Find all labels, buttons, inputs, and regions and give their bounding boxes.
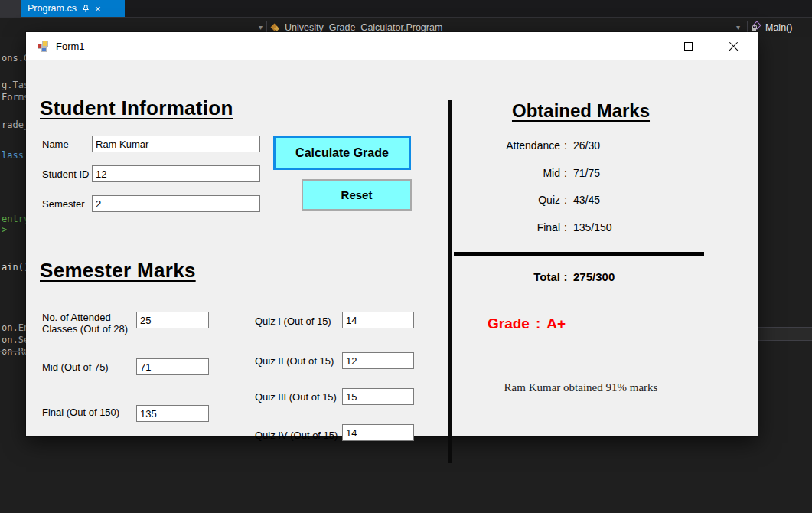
class-icon (270, 24, 280, 32)
student-id-input[interactable] (92, 165, 260, 182)
final-result-row: Final : 135/150 (452, 221, 612, 234)
quiz4-label: Quiz IV (Out of 15) (255, 430, 338, 441)
form-client-area: Student Information Name Student ID Seme… (26, 60, 758, 436)
grade-label: Grade (488, 315, 530, 332)
total-row: Total : 275/300 (452, 270, 615, 283)
window-title: Form1 (56, 41, 85, 52)
splitter-band[interactable] (758, 328, 812, 340)
result-label: Attendance (452, 139, 560, 152)
code-fragment: lass (2, 150, 24, 161)
student-information-heading: Student Information (40, 96, 233, 120)
final-label: Final (Out of 150) (42, 407, 119, 418)
mid-label: Mid (Out of 75) (42, 361, 109, 373)
editor-right-strip (758, 37, 812, 446)
tab-label: Program.cs (28, 3, 77, 14)
result-separator: : (560, 221, 571, 234)
semester-marks-heading: Semester Marks (40, 259, 196, 283)
result-value: 43/45 (571, 194, 600, 206)
mid-input[interactable] (136, 358, 209, 375)
close-icon[interactable]: × (95, 4, 101, 14)
result-label: Final (452, 221, 560, 234)
minimize-icon (640, 47, 650, 47)
total-label: Total (452, 270, 560, 283)
result-separator: : (560, 270, 571, 283)
code-fragment: > (2, 224, 7, 235)
method-lock-icon (752, 22, 762, 32)
panel-divider (758, 340, 812, 341)
name-label: Name (42, 139, 69, 150)
quiz3-label: Quiz III (Out of 15) (255, 391, 337, 403)
attended-classes-input[interactable] (136, 312, 209, 328)
result-label: Mid (452, 167, 560, 179)
breadcrumb-member-dropdown[interactable]: Main() (765, 22, 792, 33)
code-fragment: entry (2, 214, 29, 224)
grade-value: A+ (546, 315, 566, 332)
name-input[interactable] (92, 136, 260, 152)
student-id-label: Student ID (42, 168, 89, 180)
semester-input[interactable] (92, 195, 260, 212)
quiz4-input[interactable] (342, 424, 414, 441)
calculate-grade-button[interactable]: Calculate Grade (273, 136, 411, 170)
maximize-icon (684, 42, 693, 51)
code-fragment: rade_ (2, 119, 29, 130)
semester-label: Semester (42, 198, 85, 210)
quiz2-label: Quiz II (Out of 15) (255, 355, 334, 367)
app-icon (37, 40, 50, 53)
chevron-down-icon[interactable]: ▾ (736, 23, 740, 31)
close-icon (728, 41, 739, 52)
quiz1-input[interactable] (342, 312, 414, 328)
code-fragment: ain() (2, 262, 29, 273)
code-fragment: g.Tas (2, 80, 29, 90)
code-fragment: on.Se (2, 335, 29, 345)
minimize-button[interactable] (628, 32, 661, 60)
nav-separator (266, 21, 267, 33)
quiz1-label: Quiz I (Out of 15) (255, 315, 331, 327)
result-value: 135/150 (571, 221, 612, 234)
horizontal-divider (454, 252, 704, 256)
final-input[interactable] (136, 405, 209, 422)
editor-tab-bar: Program.cs × (0, 0, 812, 17)
code-fragment: Forms (2, 92, 29, 103)
reset-button[interactable]: Reset (302, 179, 412, 211)
code-fragment: ons.G (2, 53, 29, 64)
mid-result-row: Mid : 71/75 (452, 167, 600, 179)
breadcrumb-type-dropdown[interactable]: Univesity_Grade_Calculator.Program (285, 22, 442, 33)
tab-bar-spacer (0, 0, 21, 17)
result-separator: : (560, 194, 571, 206)
quiz2-input[interactable] (342, 352, 414, 369)
close-button[interactable] (716, 32, 750, 60)
obtained-marks-heading: Obtained Marks (455, 100, 707, 122)
result-value: 71/75 (571, 167, 600, 179)
grade-separator: : (536, 315, 540, 332)
summary-text: Ram Kumar obtained 91% marks (455, 381, 707, 394)
panel-divider (0, 351, 26, 352)
maximize-button[interactable] (671, 32, 705, 60)
tab-program-cs[interactable]: Program.cs × (21, 0, 125, 17)
attended-classes-label: No. of Attended Classes (Out of 28) (42, 312, 140, 335)
code-fragment: on.En (2, 322, 29, 333)
quiz3-input[interactable] (342, 388, 414, 405)
total-value: 275/300 (571, 270, 615, 283)
form1-window: Form1 Student Information Name Student I… (26, 32, 758, 436)
result-separator: : (560, 167, 571, 179)
nav-separator (747, 21, 748, 33)
code-editor-strip: ons.G g.Tas Forms rade_ lass entry > ain… (0, 37, 26, 446)
result-separator: : (560, 139, 571, 152)
grade-row: Grade : A+ (488, 315, 566, 332)
pin-icon[interactable] (82, 5, 90, 13)
chevron-down-icon[interactable]: ▾ (259, 23, 263, 31)
result-label: Quiz (452, 194, 560, 206)
attendance-result-row: Attendance : 26/30 (452, 139, 600, 152)
result-value: 26/30 (571, 139, 600, 152)
window-titlebar[interactable]: Form1 (26, 32, 758, 60)
quiz-result-row: Quiz : 43/45 (452, 194, 600, 206)
